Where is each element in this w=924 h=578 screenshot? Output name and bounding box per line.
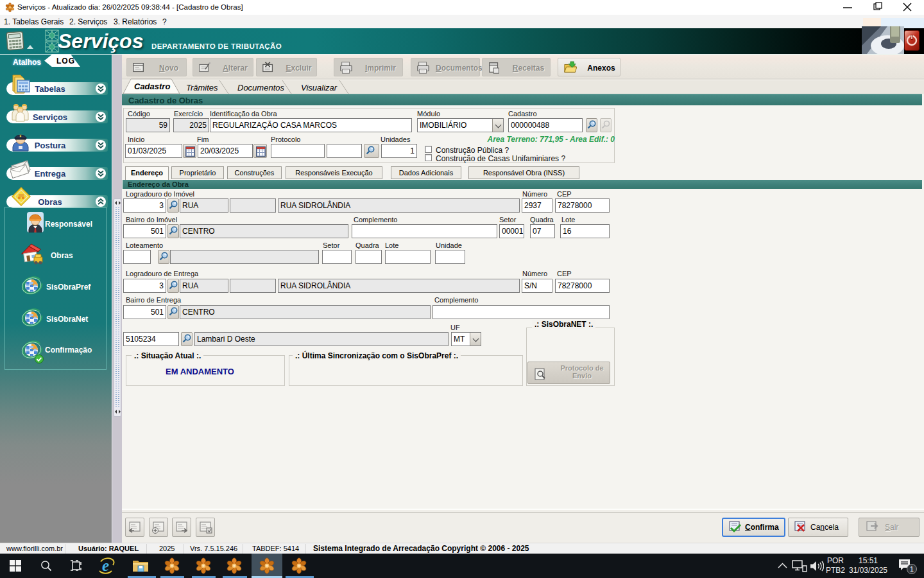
svg-text:1: 1 xyxy=(910,565,914,573)
